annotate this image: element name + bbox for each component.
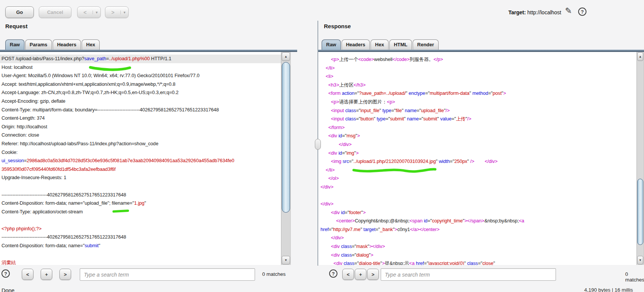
code-line: href="http://gv7.me" target="_bank">c0ny… <box>320 225 636 234</box>
tab-headers[interactable]: Headers <box>53 40 81 50</box>
code-line <box>2 182 281 191</box>
request-scrollbar-thumb[interactable] <box>282 62 290 213</box>
code-line: </form> <box>320 123 636 132</box>
response-editor[interactable]: <p>上传一个<code>webshell</code>到服务器。</p> </… <box>318 52 636 265</box>
tab-headers[interactable]: Headers <box>342 40 370 50</box>
code-line: <p>请选择要上传的图片：<p> <box>320 98 636 106</box>
request-search-input[interactable] <box>80 268 255 281</box>
request-search-next-button[interactable]: > <box>59 269 71 280</box>
scroll-down-icon[interactable]: ▼ <box>282 256 290 265</box>
scroll-down-icon[interactable]: ▼ <box>637 256 643 265</box>
code-line: Host: localhost <box>2 63 281 72</box>
target-value: http://localhost <box>527 9 561 15</box>
next-request-button[interactable]: > ▾ <box>105 6 129 18</box>
code-line: Origin: http://localhost <box>2 123 281 131</box>
burp-repeater-window: Go Cancel < ▾ > ▾ Target: http://localho… <box>0 0 644 292</box>
code-line: User-Agent: Mozilla/5.0 (Windows NT 10.0… <box>2 71 281 80</box>
code-line: </div> <box>320 183 636 192</box>
code-line: </ol> <box>320 174 636 183</box>
code-line: Content-Type: multipart/form-data; bound… <box>2 106 281 114</box>
request-editor[interactable]: POST /upload-labs/Pass-11/index.php?save… <box>0 52 281 265</box>
response-tab-rule <box>318 50 644 52</box>
code-line: </li> <box>320 64 636 73</box>
request-tabs: RawParamsHeadersHex <box>5 39 100 50</box>
caret-down-icon[interactable]: ▾ <box>120 11 128 14</box>
tab-raw[interactable]: Raw <box>5 40 24 50</box>
code-line: </div> <box>320 234 636 242</box>
code-line: </li> <box>320 166 636 175</box>
code-line: <div id="msg"> <box>320 132 636 140</box>
code-line: <center>Copyright&nbsp;@&nbsp;<span id="… <box>320 217 636 225</box>
code-line: <h3>上传区</h3> <box>320 81 636 90</box>
code-line: <div class="dialog"> <box>320 251 636 260</box>
code-line: -----------------------------40262795812… <box>2 191 281 199</box>
response-match-count: 0 matches <box>625 271 644 283</box>
status-metrics: 4,190 bytes | 16 millis <box>584 287 633 292</box>
code-line: POST /upload-labs/Pass-11/index.php?save… <box>0 55 281 63</box>
tab-params[interactable]: Params <box>25 40 52 50</box>
request-title: Request <box>5 23 27 29</box>
code-line: <?php phpinfo();?> <box>2 225 281 233</box>
tab-hex[interactable]: Hex <box>371 40 389 50</box>
response-search-add-button[interactable]: + <box>355 269 366 280</box>
code-line: <div class="mask"></div> <box>320 242 636 251</box>
code-line: 359530f0d07cf095440fd60fd1df54bc3afa2eef… <box>2 165 281 174</box>
code-line: Referer: http://localhost/upload-labs/Pa… <box>2 140 281 148</box>
request-match-count: 0 matches <box>262 271 286 277</box>
response-search-prev-button[interactable]: < <box>342 269 354 280</box>
code-line: Content-Type: application/octet-stream <box>2 208 281 216</box>
prev-request-button[interactable]: < ▾ <box>77 6 101 18</box>
panel-divider-handle[interactable] <box>315 139 321 150</box>
scroll-up-icon[interactable]: ▲ <box>637 52 643 61</box>
go-button[interactable]: Go <box>5 6 34 18</box>
code-line: <div id="footer"> <box>320 208 636 217</box>
code-line: Cookie: <box>2 148 281 157</box>
request-search-prev-button[interactable]: < <box>22 269 33 280</box>
tab-raw[interactable]: Raw <box>322 40 341 50</box>
code-line: Accept-Encoding: gzip, deflate <box>2 97 281 106</box>
code-line <box>2 216 281 225</box>
code-line: </div> <box>320 140 636 149</box>
code-line: Connection: close <box>2 131 281 140</box>
code-line <box>2 250 281 259</box>
prev-arrow-icon: < <box>77 9 93 15</box>
tab-html[interactable]: HTML <box>389 40 412 50</box>
status-done: Done <box>2 287 15 292</box>
code-line: Content-Disposition: form-data; name="up… <box>2 199 281 208</box>
code-line: Content-Disposition: form-data; name="su… <box>2 242 281 250</box>
edit-target-pencil-icon[interactable]: ✎ <box>565 6 572 16</box>
next-arrow-icon: > <box>105 9 120 15</box>
code-line: Accept: text/html,application/xhtml+xml,… <box>2 80 281 89</box>
code-line: Accept-Language: zh-CN,zh;q=0.8,zh-TW;q=… <box>2 88 281 97</box>
caret-down-icon[interactable]: ▾ <box>93 11 100 14</box>
code-line: 涓婁紶 <box>2 259 281 265</box>
request-search-help-icon[interactable]: ? <box>2 269 10 278</box>
request-search-add-button[interactable]: + <box>41 269 52 280</box>
code-line: <img src="../upload/1.php/21202007031039… <box>320 157 636 166</box>
code-line: <div id="img"> <box>320 149 636 158</box>
cancel-button[interactable]: Cancel <box>39 6 71 18</box>
help-icon[interactable]: ? <box>578 8 586 16</box>
scroll-up-icon[interactable]: ▲ <box>282 52 290 61</box>
code-line: -----------------------------40262795812… <box>2 233 281 242</box>
tab-hex[interactable]: Hex <box>82 40 100 50</box>
request-scrollbar[interactable]: ▲ ▼ <box>281 52 291 265</box>
code-line: ui_session=2986ad8c0a5b3df4d7028d5f3c06e… <box>2 157 281 165</box>
code-line <box>320 192 636 200</box>
response-title: Response <box>324 23 351 29</box>
response-search-help-icon[interactable]: ? <box>329 269 337 278</box>
code-line: </div> <box>320 200 636 208</box>
response-search-input[interactable] <box>381 268 556 281</box>
code-line: Upgrade-Insecure-Requests: 1 <box>2 173 281 182</box>
response-tabs: RawHeadersHexHTMLRender <box>322 39 439 50</box>
code-line: <li> <box>320 72 636 81</box>
code-line: <div class="dialog-title">提&nbsp;示<a hre… <box>320 259 636 265</box>
response-scrollbar[interactable]: ▲ ▼ <box>636 52 644 265</box>
tab-render[interactable]: Render <box>413 40 439 50</box>
target-display: Target: http://localhost <box>500 9 561 15</box>
response-scrollbar-thumb[interactable] <box>637 179 643 245</box>
response-search-next-button[interactable]: > <box>367 269 379 280</box>
code-line: <input class="button" type="submit" name… <box>320 115 636 123</box>
target-label: Target: <box>508 9 526 15</box>
code-line: Content-Length: 374 <box>2 114 281 123</box>
